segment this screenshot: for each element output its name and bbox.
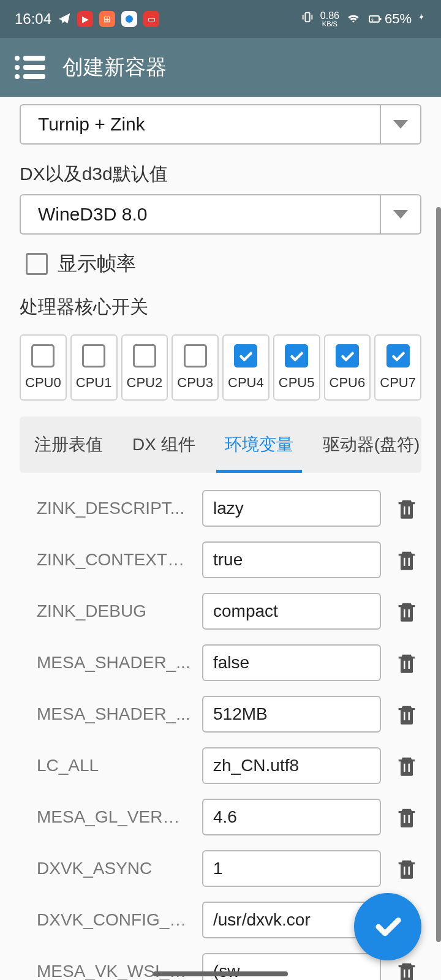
env-var-row: MESA_SHADER_...512MB [20, 688, 421, 740]
graphics-driver-select[interactable]: Turnip + Zink [20, 104, 421, 145]
trash-icon[interactable] [392, 648, 421, 677]
cpu-label: CPU5 [279, 375, 315, 391]
charging-icon [418, 10, 426, 28]
tabs: 注册表值DX 组件环境变量驱动器(盘符) [20, 417, 421, 473]
show-fps-row[interactable]: 显示帧率 [20, 251, 421, 277]
env-var-row: DXVK_ASYNC1 [20, 843, 421, 894]
tab-2[interactable]: 环境变量 [210, 417, 308, 473]
cpu-checkbox[interactable] [82, 344, 105, 368]
tab-1[interactable]: DX 组件 [118, 417, 210, 473]
dropdown-arrow [380, 195, 420, 233]
select-value: WineD3D 8.0 [21, 204, 380, 225]
cpu-toggle-5[interactable]: CPU5 [273, 334, 320, 401]
cpu-checkbox[interactable] [234, 344, 257, 368]
tab-0[interactable]: 注册表值 [20, 417, 118, 473]
status-time: 16:04 [15, 10, 51, 28]
dx-default-select[interactable]: WineD3D 8.0 [20, 194, 421, 235]
cpu-label: CPU6 [330, 375, 366, 391]
checkmark-icon [372, 910, 404, 944]
env-var-row: ZINK_DESCRIPT...lazy [20, 483, 421, 534]
env-var-value-input[interactable]: 4.6 [202, 799, 381, 835]
app-header: 创建新容器 [0, 38, 441, 97]
app-icon-4: ▭ [143, 11, 159, 27]
env-var-key: DXVK_ASYNC [20, 859, 191, 878]
trash-icon[interactable] [392, 699, 421, 729]
env-var-value-input[interactable]: true [202, 541, 381, 578]
cpu-grid: CPU0CPU1CPU2CPU3CPU4CPU5CPU6CPU7 [20, 334, 421, 401]
env-var-row: MESA_SHADER_...false [20, 637, 421, 688]
env-var-row: ZINK_CONTEXT_...true [20, 534, 421, 586]
content: Turnip + Zink DX以及d3d默认值 WineD3D 8.0 显示帧… [0, 97, 441, 980]
cpu-toggle-0[interactable]: CPU0 [20, 334, 67, 401]
env-var-key: MESA_SHADER_... [20, 704, 191, 724]
menu-icon[interactable] [15, 56, 45, 79]
app-icon-2: ⊞ [99, 11, 115, 27]
tab-3[interactable]: 驱动器(盘符) [308, 417, 435, 473]
nav-indicator[interactable] [153, 971, 288, 976]
cpu-checkbox[interactable] [133, 344, 156, 368]
cpu-label: CPU1 [76, 375, 112, 391]
telegram-icon [58, 12, 71, 26]
cpu-cores-label: 处理器核心开关 [20, 295, 421, 320]
env-var-key: DXVK_CONFIG_F... [20, 910, 191, 930]
env-var-key: MESA_SHADER_... [20, 653, 191, 673]
env-var-row: ZINK_DEBUGcompact [20, 586, 421, 637]
vibrate-icon [301, 10, 314, 28]
cpu-toggle-6[interactable]: CPU6 [324, 334, 371, 401]
app-icon-3 [121, 11, 137, 27]
env-var-value-input[interactable]: false [202, 644, 381, 681]
env-var-row: MESA_GL_VERSI...4.6 [20, 791, 421, 843]
svg-point-0 [126, 15, 133, 23]
env-var-key: ZINK_CONTEXT_... [20, 550, 191, 570]
dropdown-arrow [380, 105, 420, 143]
svg-rect-2 [369, 16, 379, 22]
cpu-toggle-2[interactable]: CPU2 [121, 334, 168, 401]
status-left: 16:04 ▶ ⊞ ▭ [15, 10, 159, 28]
cpu-checkbox[interactable] [184, 344, 207, 368]
env-var-key: LC_ALL [20, 756, 191, 775]
env-var-key: ZINK_DEBUG [20, 601, 191, 621]
dx-default-label: DX以及d3d默认值 [20, 162, 421, 187]
trash-icon[interactable] [392, 494, 421, 523]
app-icon-1: ▶ [77, 11, 93, 27]
cpu-checkbox[interactable] [31, 344, 55, 368]
cpu-checkbox[interactable] [336, 344, 359, 368]
cpu-label: CPU0 [25, 375, 61, 391]
cpu-label: CPU4 [228, 375, 264, 391]
cpu-checkbox[interactable] [386, 344, 410, 368]
svg-rect-1 [305, 13, 309, 22]
cpu-label: CPU7 [380, 375, 416, 391]
cpu-toggle-3[interactable]: CPU3 [172, 334, 219, 401]
status-right: 0.86 KB/S 65% [301, 9, 426, 29]
trash-icon[interactable] [392, 802, 421, 832]
cpu-label: CPU3 [177, 375, 213, 391]
env-var-key: MESA_GL_VERSI... [20, 807, 191, 827]
cpu-toggle-1[interactable]: CPU1 [70, 334, 118, 401]
show-fps-checkbox[interactable] [26, 253, 48, 275]
env-var-key: ZINK_DESCRIPT... [20, 499, 191, 518]
env-var-row: LC_ALLzh_CN.utf8 [20, 740, 421, 791]
env-var-value-input[interactable]: lazy [202, 490, 381, 527]
cpu-toggle-7[interactable]: CPU7 [374, 334, 421, 401]
cpu-label: CPU2 [127, 375, 163, 391]
trash-icon[interactable] [392, 957, 421, 980]
page-title: 创建新容器 [62, 53, 167, 81]
wifi-icon [345, 9, 361, 29]
confirm-fab[interactable] [354, 893, 421, 960]
env-var-value-input[interactable]: zh_CN.utf8 [202, 747, 381, 784]
select-value: Turnip + Zink [21, 114, 380, 135]
trash-icon[interactable] [392, 545, 421, 575]
trash-icon[interactable] [392, 751, 421, 780]
network-speed: 0.86 KB/S [320, 11, 339, 28]
cpu-checkbox[interactable] [285, 344, 308, 368]
env-var-value-input[interactable]: compact [202, 593, 381, 630]
cpu-toggle-4[interactable]: CPU4 [222, 334, 270, 401]
battery-icon: 65% [368, 11, 412, 27]
status-bar: 16:04 ▶ ⊞ ▭ 0.86 KB/S 65% [0, 0, 441, 38]
env-var-value-input[interactable]: 1 [202, 850, 381, 887]
trash-icon[interactable] [392, 597, 421, 626]
scroll-indicator[interactable] [436, 207, 441, 942]
env-var-key: MESA_VK_WSI_D... [20, 962, 191, 980]
trash-icon[interactable] [392, 854, 421, 883]
env-var-value-input[interactable]: 512MB [202, 696, 381, 733]
